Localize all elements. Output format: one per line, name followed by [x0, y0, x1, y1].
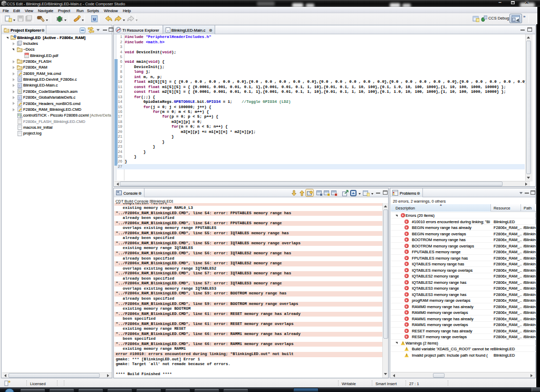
svg-text:c: c: [19, 97, 21, 100]
svg-text:u: u: [93, 16, 96, 22]
svg-text:c: c: [19, 84, 21, 88]
svg-text:PDF: PDF: [25, 53, 28, 55]
svg-text:s: s: [19, 90, 21, 93]
svg-text:c: c: [19, 79, 21, 82]
svg-text:S: S: [14, 35, 16, 37]
